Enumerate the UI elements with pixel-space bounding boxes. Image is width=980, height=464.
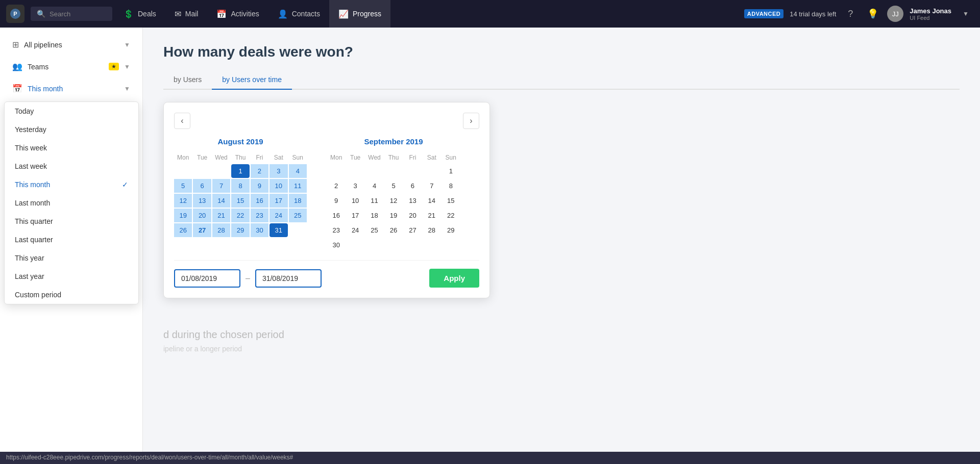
mail-icon: ✉	[175, 9, 181, 19]
date-option-this-week[interactable]: This week	[5, 139, 138, 157]
date-option-today[interactable]: Today	[5, 102, 138, 120]
aug-day-9[interactable]: 9	[251, 179, 268, 193]
aug-day-12[interactable]: 12	[174, 194, 192, 208]
nav-progress[interactable]: 📈 Progress	[329, 0, 390, 28]
date-option-last-quarter[interactable]: Last quarter	[5, 230, 138, 249]
aug-day-17[interactable]: 17	[270, 194, 287, 208]
sep-day-2[interactable]: 2	[327, 179, 345, 193]
nav-mail[interactable]: ✉ Mail	[165, 0, 208, 28]
teams-selector[interactable]: 👥 Teams ★ ▼	[4, 57, 138, 76]
aug-day-11[interactable]: 11	[289, 179, 307, 193]
aug-day-5[interactable]: 5	[174, 179, 192, 193]
aug-day-16[interactable]: 16	[251, 194, 268, 208]
sep-day-3[interactable]: 3	[346, 179, 364, 193]
date-option-this-month[interactable]: This month ✓	[5, 175, 138, 194]
aug-day-3[interactable]: 3	[270, 164, 287, 178]
aug-day-20[interactable]: 20	[193, 209, 211, 222]
aug-day-1[interactable]: 1	[231, 164, 249, 178]
sep-day-17[interactable]: 17	[346, 209, 364, 222]
sep-day-21[interactable]: 21	[423, 209, 440, 222]
pipelines-selector[interactable]: ⊞ All pipelines ▼	[4, 35, 138, 55]
sep-day-24[interactable]: 24	[346, 223, 364, 237]
nav-deals[interactable]: 💲 Deals	[114, 0, 165, 28]
date-option-yesterday[interactable]: Yesterday	[5, 120, 138, 139]
sep-day-1[interactable]: 1	[442, 164, 460, 178]
aug-day-25[interactable]: 25	[289, 209, 307, 222]
date-option-last-year[interactable]: Last year	[5, 267, 138, 286]
sep-day-7[interactable]: 7	[423, 179, 440, 193]
date-option-last-week[interactable]: Last week	[5, 157, 138, 175]
aug-day-7[interactable]: 7	[212, 179, 230, 193]
date-selector[interactable]: 📅 This month ▼	[4, 79, 138, 98]
sep-day-15[interactable]: 15	[442, 194, 460, 208]
sep-day-4[interactable]: 4	[365, 179, 383, 193]
aug-header-wed: Wed	[212, 152, 230, 163]
sep-empty-end-5	[423, 238, 440, 252]
prev-month-button[interactable]: ‹	[174, 113, 190, 129]
aug-day-19[interactable]: 19	[174, 209, 192, 222]
lightbulb-button[interactable]: 💡	[865, 6, 881, 22]
sep-day-11[interactable]: 11	[365, 194, 383, 208]
sep-day-12[interactable]: 12	[384, 194, 402, 208]
sep-day-26[interactable]: 26	[384, 223, 402, 237]
end-date-input[interactable]	[255, 269, 322, 288]
aug-day-18[interactable]: 18	[289, 194, 307, 208]
sep-day-19[interactable]: 19	[384, 209, 402, 222]
aug-day-24[interactable]: 24	[270, 209, 287, 222]
date-option-this-year[interactable]: This year	[5, 249, 138, 267]
aug-day-15[interactable]: 15	[231, 194, 249, 208]
sep-day-22[interactable]: 22	[442, 209, 460, 222]
sep-day-30[interactable]: 30	[327, 238, 345, 252]
sep-day-14[interactable]: 14	[423, 194, 440, 208]
sep-day-25[interactable]: 25	[365, 223, 383, 237]
aug-day-26[interactable]: 26	[174, 223, 192, 237]
sep-day-13[interactable]: 13	[404, 194, 422, 208]
aug-day-8[interactable]: 8	[231, 179, 249, 193]
tab-by-users-over-time[interactable]: by Users over time	[212, 70, 292, 90]
app-logo[interactable]: P	[6, 5, 24, 23]
sep-day-6[interactable]: 6	[404, 179, 422, 193]
aug-day-10[interactable]: 10	[270, 179, 287, 193]
sep-day-28[interactable]: 28	[423, 223, 440, 237]
aug-day-28[interactable]: 28	[212, 223, 230, 237]
help-button[interactable]: ?	[842, 6, 859, 22]
date-option-this-quarter[interactable]: This quarter	[5, 212, 138, 230]
aug-day-6[interactable]: 6	[193, 179, 211, 193]
sep-day-23[interactable]: 23	[327, 223, 345, 237]
aug-day-2[interactable]: 2	[251, 164, 268, 178]
date-option-custom[interactable]: Custom period	[5, 286, 138, 304]
nav-activities[interactable]: 📅 Activities	[207, 0, 268, 28]
search-placeholder: Search	[50, 10, 70, 18]
search-box[interactable]: 🔍 Search	[31, 7, 112, 21]
deals-icon: 💲	[124, 9, 134, 19]
aug-day-30[interactable]: 30	[251, 223, 268, 237]
sep-day-18[interactable]: 18	[365, 209, 383, 222]
sep-day-27[interactable]: 27	[404, 223, 422, 237]
aug-day-22[interactable]: 22	[231, 209, 249, 222]
contacts-icon: 👤	[278, 9, 288, 19]
next-month-button[interactable]: ›	[463, 113, 479, 129]
sep-day-10[interactable]: 10	[346, 194, 364, 208]
aug-day-21[interactable]: 21	[212, 209, 230, 222]
sep-day-8[interactable]: 8	[442, 179, 460, 193]
apply-button[interactable]: Apply	[429, 269, 479, 288]
aug-day-31[interactable]: 31	[270, 223, 287, 237]
date-option-last-month[interactable]: Last month	[5, 194, 138, 212]
sep-day-20[interactable]: 20	[404, 209, 422, 222]
aug-day-27[interactable]: 27	[193, 223, 211, 237]
aug-day-29[interactable]: 29	[231, 223, 249, 237]
start-date-input[interactable]	[174, 269, 240, 288]
date-label: This month	[28, 85, 119, 93]
user-dropdown-arrow[interactable]: ▼	[958, 6, 974, 22]
sep-day-16[interactable]: 16	[327, 209, 345, 222]
nav-contacts[interactable]: 👤 Contacts	[268, 0, 329, 28]
aug-day-14[interactable]: 14	[212, 194, 230, 208]
nav-progress-label: Progress	[353, 10, 381, 18]
tab-by-users[interactable]: by Users	[163, 70, 212, 90]
aug-day-4[interactable]: 4	[289, 164, 307, 178]
aug-day-23[interactable]: 23	[251, 209, 268, 222]
sep-day-29[interactable]: 29	[442, 223, 460, 237]
aug-day-13[interactable]: 13	[193, 194, 211, 208]
sep-day-9[interactable]: 9	[327, 194, 345, 208]
sep-day-5[interactable]: 5	[384, 179, 402, 193]
